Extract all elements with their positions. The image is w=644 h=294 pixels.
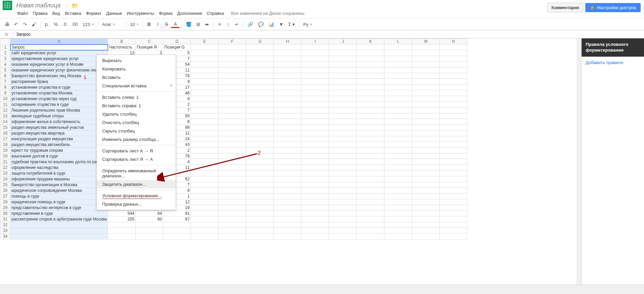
cell-A18[interactable]: раздел имущества автомобиль	[10, 142, 108, 148]
cell-G16[interactable]	[246, 130, 274, 136]
row-header-31[interactable]: 31	[0, 216, 10, 222]
cell-H14[interactable]	[274, 119, 301, 125]
cell-H8[interactable]	[274, 85, 301, 90]
cell-E18[interactable]	[191, 142, 218, 148]
undo-icon[interactable]: ↶	[12, 20, 20, 28]
cell-A5[interactable]: оказание юридических услуг физическим ли…	[10, 67, 108, 73]
cell-I1[interactable]	[301, 45, 329, 50]
cell-H22[interactable]	[274, 165, 301, 171]
col-header-K[interactable]: K	[357, 39, 384, 45]
cell-F1[interactable]	[218, 45, 246, 50]
cell-N11[interactable]	[440, 102, 467, 108]
cell-G30[interactable]	[246, 211, 274, 216]
cell-L30[interactable]	[384, 211, 412, 216]
cell-E1[interactable]	[191, 45, 218, 50]
row-header-7[interactable]: 7	[0, 79, 10, 85]
cell-D30[interactable]: 91	[163, 211, 191, 216]
cell-M21[interactable]	[412, 159, 440, 165]
ctx-insert-right[interactable]: Вставить справа: 1	[97, 101, 176, 110]
cell-K22[interactable]	[357, 165, 384, 171]
cell-A25[interactable]: банкротство организации в Москва	[10, 182, 108, 188]
row-header-10[interactable]: 10	[0, 96, 10, 102]
cell-M28[interactable]	[412, 199, 440, 205]
menu-file[interactable]: Файл	[15, 10, 30, 17]
input-lang[interactable]: Ру	[301, 21, 314, 28]
cell-N19[interactable]	[440, 148, 467, 153]
cell-I22[interactable]	[301, 165, 329, 171]
cell-H25[interactable]	[274, 182, 301, 188]
col-header-B[interactable]: B	[108, 39, 136, 45]
ctx-paste[interactable]: Вставить	[97, 73, 176, 82]
cell-I8[interactable]	[301, 85, 329, 90]
cell-G23[interactable]	[246, 171, 274, 176]
cell-F9[interactable]	[218, 90, 246, 96]
cell-H23[interactable]	[274, 171, 301, 176]
cell-N24[interactable]	[440, 176, 467, 182]
cell-I16[interactable]	[301, 130, 329, 136]
cell-J24[interactable]	[329, 176, 357, 182]
cell-I24[interactable]	[301, 176, 329, 182]
cell-F5[interactable]	[218, 67, 246, 73]
cell-A20[interactable]: взыскание долгов в суде	[10, 153, 108, 159]
cell-E11[interactable]	[191, 102, 218, 108]
cell-K26[interactable]	[357, 188, 384, 194]
cell-J19[interactable]	[329, 148, 357, 153]
cell-E5[interactable]	[191, 67, 218, 73]
cell-L7[interactable]	[384, 79, 412, 85]
row-header-4[interactable]: 4	[0, 62, 10, 67]
strike-icon[interactable]: S	[163, 20, 171, 28]
cell-A24[interactable]: оформление продажи машины	[10, 176, 108, 182]
row-header-33[interactable]: 33	[0, 228, 10, 234]
cell-N31[interactable]	[440, 216, 467, 222]
cell-L3[interactable]	[384, 56, 412, 62]
cell-K32[interactable]	[357, 222, 384, 228]
ctx-resize-column[interactable]: Изменить размер столбца...	[97, 135, 176, 144]
row-header-3[interactable]: 3	[0, 56, 10, 62]
ctx-hide-column[interactable]: Скрыть столбец	[97, 127, 176, 135]
cell-N13[interactable]	[440, 113, 467, 119]
cell-M8[interactable]	[412, 85, 440, 90]
col-header-M[interactable]: M	[412, 39, 440, 45]
cell-M13[interactable]	[412, 113, 440, 119]
font-size[interactable]: 10	[128, 21, 141, 28]
cell-N14[interactable]	[440, 119, 467, 125]
cell-B1[interactable]: Частотность	[108, 45, 136, 50]
cell-L18[interactable]	[384, 142, 412, 148]
cell-F16[interactable]	[218, 130, 246, 136]
cell-L10[interactable]	[384, 96, 412, 102]
cell-K9[interactable]	[357, 90, 384, 96]
cell-F13[interactable]	[218, 113, 246, 119]
cell-A28[interactable]: юридическая помощь в суде	[10, 199, 108, 205]
cell-E25[interactable]	[191, 182, 218, 188]
row-header-32[interactable]: 32	[0, 222, 10, 228]
cell-K2[interactable]	[357, 50, 384, 56]
row-header-8[interactable]: 8	[0, 85, 10, 90]
cell-E29[interactable]	[191, 205, 218, 211]
row-header-9[interactable]: 9	[0, 90, 10, 96]
cell-J22[interactable]	[329, 165, 357, 171]
cell-F17[interactable]	[218, 136, 246, 142]
cell-N2[interactable]	[440, 50, 467, 56]
cell-M16[interactable]	[412, 130, 440, 136]
cell-H5[interactable]	[274, 67, 301, 73]
cell-N25[interactable]	[440, 182, 467, 188]
redo-icon[interactable]: ↷	[21, 20, 29, 28]
row-header-23[interactable]: 23	[0, 171, 10, 176]
cell-G26[interactable]	[246, 188, 274, 194]
cell-F3[interactable]	[218, 56, 246, 62]
cell-H24[interactable]	[274, 176, 301, 182]
cell-C31[interactable]: 80	[136, 216, 163, 222]
cell-D33[interactable]	[163, 228, 191, 234]
cell-A6[interactable]: Банкротство физических лиц Москва	[10, 73, 108, 79]
cell-K28[interactable]	[357, 199, 384, 205]
cell-F28[interactable]	[218, 199, 246, 205]
cell-J11[interactable]	[329, 102, 357, 108]
cell-A9[interactable]: установление отцовства Москва	[10, 90, 108, 96]
cell-K17[interactable]	[357, 136, 384, 142]
cell-L26[interactable]	[384, 188, 412, 194]
cell-L21[interactable]	[384, 159, 412, 165]
cell-B31[interactable]: 205	[108, 216, 136, 222]
cell-I12[interactable]	[301, 108, 329, 113]
cell-J1[interactable]	[329, 45, 357, 50]
cell-B34[interactable]	[108, 234, 136, 239]
